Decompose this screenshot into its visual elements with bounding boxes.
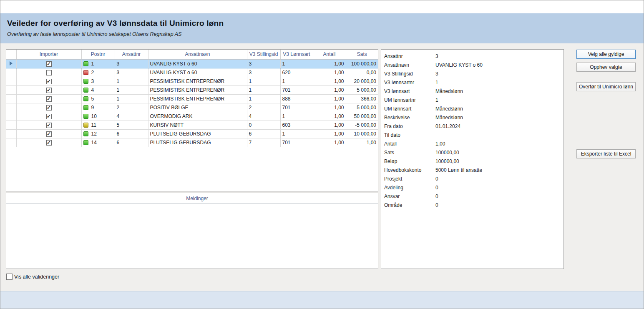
row-selector-cell[interactable] [6,129,16,138]
lonnsart-cell[interactable]: 701 [280,85,313,94]
row-selector-cell[interactable] [6,68,16,77]
stillingsid-cell[interactable]: 1 [247,77,280,85]
stillingsid-cell[interactable]: 1 [247,85,280,94]
sats-cell[interactable]: 366,00 [346,94,378,103]
messages-column-header[interactable]: Meldinger [16,193,378,203]
ansattnr-cell[interactable]: 5 [115,121,148,129]
ansattnavn-cell[interactable]: PLUTSELIG GEBURSDAG [148,129,247,138]
importer-checkbox[interactable]: ✓ [46,96,52,102]
ansattnavn-cell[interactable]: PESSIMISTISK ENTREPRENØR [148,94,247,103]
lonnsart-cell[interactable]: 701 [280,138,313,147]
postnr-cell[interactable]: 1 [81,59,115,68]
antall-cell[interactable]: 1,00 [313,138,346,147]
postnr-cell[interactable]: 2 [81,68,115,77]
stillingsid-cell[interactable]: 2 [247,103,280,112]
ansattnr-cell[interactable]: 3 [115,59,148,68]
importer-cell[interactable]: ✓ [16,129,81,138]
ansattnr-cell[interactable]: 6 [115,138,148,147]
antall-cell[interactable]: 1,00 [313,103,346,112]
sats-cell[interactable]: 100 000,00 [346,59,378,68]
table-row[interactable]: ✓126PLUTSELIG GEBURSDAG611,0010 000,00 [6,129,378,138]
ansattnavn-cell[interactable]: PLUTSELIG GEBURSDAG [148,138,247,147]
ansattnavn-cell[interactable]: UVANLIG KYST o 60 [148,59,247,68]
sats-cell[interactable]: 1,00 [346,138,378,147]
importer-cell[interactable] [16,68,81,77]
ansattnr-cell[interactable]: 1 [115,94,148,103]
column-header[interactable]: Postnr [81,50,115,59]
importer-checkbox[interactable]: ✓ [46,114,52,119]
antall-cell[interactable]: 1,00 [313,77,346,85]
table-row[interactable]: ✓31PESSIMISTISK ENTREPRENØR111,0020 000,… [6,77,378,85]
importer-cell[interactable]: ✓ [16,77,81,85]
export-to-excel-button[interactable]: Eksporter liste til Excel [576,149,636,158]
importer-cell[interactable]: ✓ [16,112,81,121]
lonnsart-cell[interactable]: 888 [280,94,313,103]
row-selector-cell[interactable] [6,59,16,68]
importer-checkbox[interactable]: ✓ [46,123,52,128]
table-row[interactable]: ✓51PESSIMISTISK ENTREPRENØR18881,00366,0… [6,94,378,103]
column-header[interactable]: Ansattnr [115,50,148,59]
ansattnavn-cell[interactable]: UVANLIG KYST o 60 [148,68,247,77]
row-selector-cell[interactable] [6,77,16,85]
importer-checkbox[interactable]: ✓ [46,79,52,84]
lonnsart-cell[interactable]: 1 [280,77,313,85]
importer-checkbox[interactable] [46,70,52,75]
postnr-cell[interactable]: 10 [81,112,115,121]
antall-cell[interactable]: 1,00 [313,129,346,138]
ansattnavn-cell[interactable]: KURSIV NØTT [148,121,247,129]
transfer-to-unimicro-button[interactable]: Overfør til Unimicro lønn [576,82,636,91]
table-row[interactable]: ✓92POSITIV BØLGE27011,005 000,00 [6,103,378,112]
antall-cell[interactable]: 1,00 [313,68,346,77]
column-header[interactable]: Antall [313,50,346,59]
table-row[interactable]: ✓146PLUTSELIG GEBURSDAG77011,001,00 [6,138,378,147]
row-selector-cell[interactable] [6,85,16,94]
importer-checkbox[interactable]: ✓ [46,61,52,67]
postnr-cell[interactable]: 12 [81,129,115,138]
table-row[interactable]: ✓115KURSIV NØTT06031,00-5 000,00 [6,121,378,129]
antall-cell[interactable]: 1,00 [313,94,346,103]
lonnsart-cell[interactable]: 620 [280,68,313,77]
lonnsart-cell[interactable]: 1 [280,129,313,138]
column-header[interactable]: Sats [346,50,378,59]
importer-checkbox[interactable]: ✓ [46,131,52,137]
lonnsart-cell[interactable]: 1 [280,112,313,121]
lonnsart-cell[interactable]: 701 [280,103,313,112]
importer-checkbox[interactable]: ✓ [46,140,52,146]
importer-cell[interactable]: ✓ [16,59,81,68]
ansattnr-cell[interactable]: 1 [115,85,148,94]
sats-cell[interactable]: -5 000,00 [346,121,378,129]
ansattnavn-cell[interactable]: PESSIMISTISK ENTREPRENØR [148,77,247,85]
sats-cell[interactable]: 10 000,00 [346,129,378,138]
importer-checkbox[interactable]: ✓ [46,105,52,111]
sats-cell[interactable]: 0,00 [346,68,378,77]
postnr-cell[interactable]: 14 [81,138,115,147]
table-row[interactable]: 23UVANLIG KYST o 6036201,000,00 [6,68,378,77]
importer-cell[interactable]: ✓ [16,103,81,112]
column-header[interactable]: V3 Stillingsid [247,50,280,59]
stillingsid-cell[interactable]: 6 [247,129,280,138]
column-header[interactable]: Ansattnavn [148,50,247,59]
importer-cell[interactable]: ✓ [16,121,81,129]
stillingsid-cell[interactable]: 4 [247,112,280,121]
ansattnavn-cell[interactable]: PESSIMISTISK ENTREPRENØR [148,85,247,94]
column-header[interactable]: V3 Lønnsart [280,50,313,59]
antall-cell[interactable]: 1,00 [313,112,346,121]
sats-cell[interactable]: 50 000,00 [346,112,378,121]
sats-cell[interactable]: 20 000,00 [346,77,378,85]
show-all-validations-checkbox[interactable] [6,274,13,280]
lonnsart-cell[interactable]: 603 [280,121,313,129]
table-row[interactable]: ✓41PESSIMISTISK ENTREPRENØR17011,005 000… [6,85,378,94]
postnr-cell[interactable]: 11 [81,121,115,129]
postnr-cell[interactable]: 9 [81,103,115,112]
antall-cell[interactable]: 1,00 [313,59,346,68]
ansattnr-cell[interactable]: 3 [115,68,148,77]
stillingsid-cell[interactable]: 1 [247,94,280,103]
ansattnr-cell[interactable]: 2 [115,103,148,112]
stillingsid-cell[interactable]: 3 [247,59,280,68]
postnr-cell[interactable]: 4 [81,85,115,94]
row-selector-cell[interactable] [6,94,16,103]
table-row[interactable]: ✓13UVANLIG KYST o 60311,00100 000,00 [6,59,378,68]
sats-cell[interactable]: 5 000,00 [346,85,378,94]
show-all-validations[interactable]: Vis alle valideringer [6,274,59,280]
stillingsid-cell[interactable]: 3 [247,68,280,77]
